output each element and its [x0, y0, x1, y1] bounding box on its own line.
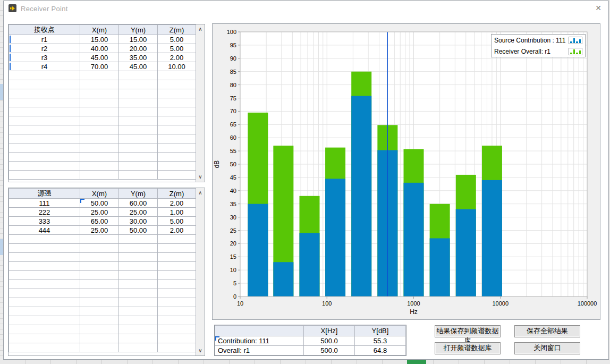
- table-cell[interactable]: r4: [9, 62, 80, 71]
- table-cell: [119, 125, 158, 134]
- table-cell: [158, 271, 196, 280]
- table-empty-row: [9, 325, 196, 334]
- column-header: X[Hz]: [304, 326, 355, 336]
- table-cell: [158, 171, 196, 180]
- table-cell[interactable]: 333: [9, 217, 80, 226]
- table-cell[interactable]: 500.0: [304, 346, 355, 355]
- labview-app-icon: [9, 4, 16, 12]
- table-cell[interactable]: r3: [9, 53, 80, 62]
- save-to-spectrum-db-button[interactable]: 结果保存到频谱数据库: [435, 325, 501, 337]
- table-cell[interactable]: 55.3: [355, 336, 406, 346]
- legend-item[interactable]: Source Contribution : 111: [492, 35, 585, 46]
- table-cell: [9, 116, 80, 125]
- table-cell: [9, 280, 80, 289]
- table-cell[interactable]: 40.00: [80, 44, 119, 53]
- table-cell: [80, 107, 119, 116]
- table-cell: [9, 107, 80, 116]
- table-cell[interactable]: 45.00: [119, 62, 158, 71]
- table-cell: [158, 325, 196, 334]
- legend-item[interactable]: Receiver Overall: r1: [492, 46, 585, 57]
- open-spectrum-db-button[interactable]: 打开频谱数据库: [435, 342, 501, 354]
- table-cell: [158, 153, 196, 162]
- table-cell: [119, 235, 158, 244]
- table-cell[interactable]: 25.00: [80, 226, 119, 235]
- y-tick-label: 50: [230, 161, 236, 167]
- table-cell[interactable]: 50.00: [119, 226, 158, 235]
- table-cell[interactable]: 111: [9, 199, 80, 208]
- close-icon[interactable]: ✕: [595, 4, 601, 12]
- source-table-scrollbar[interactable]: ∧ ∨: [196, 188, 205, 355]
- table-cell: [158, 253, 196, 262]
- table-cell: [9, 334, 80, 343]
- table-cell: [9, 89, 80, 98]
- scroll-up-icon[interactable]: ∧: [196, 190, 205, 196]
- column-header: Z(m): [158, 25, 196, 35]
- table-cell: [119, 289, 158, 298]
- table-cell[interactable]: 500.0: [304, 336, 355, 346]
- table-cell: [9, 80, 80, 89]
- scroll-up-icon[interactable]: ∧: [196, 27, 205, 32]
- table-cell: [9, 98, 80, 107]
- header-row: 接收点X(m)Y(m)Z(m): [9, 25, 196, 35]
- scroll-down-icon[interactable]: ∨: [196, 348, 205, 353]
- table-cell[interactable]: 2.00: [158, 226, 196, 235]
- table-cell[interactable]: 5.00: [158, 217, 196, 226]
- table-cell[interactable]: 2.00: [158, 53, 196, 62]
- table-cell[interactable]: 5.00: [158, 35, 196, 44]
- table-cell: [158, 262, 196, 271]
- table-cell: [119, 343, 158, 352]
- table-empty-row: [9, 162, 196, 171]
- table-cell[interactable]: 15.00: [80, 35, 119, 44]
- table-cell[interactable]: 60.00: [119, 199, 158, 208]
- header-row: 源强X(m)Y(m)Z(m): [9, 189, 196, 199]
- table-cell[interactable]: 444: [9, 226, 80, 235]
- table-cell: [158, 125, 196, 134]
- table-cell[interactable]: 5.00: [158, 44, 196, 53]
- table-cell[interactable]: 70.00: [80, 62, 119, 71]
- table-cell: [9, 298, 80, 307]
- table-cell[interactable]: r1: [9, 35, 80, 44]
- legend-mini-bar: [573, 38, 575, 43]
- close-window-button[interactable]: 关闭窗口: [514, 342, 580, 354]
- table-empty-row: [9, 143, 196, 153]
- table-cell[interactable]: 15.00: [119, 35, 158, 44]
- table-cell: [80, 262, 119, 271]
- table-cell[interactable]: 10.00: [158, 62, 196, 71]
- table-row: Contribution: 111500.055.3: [215, 336, 406, 346]
- y-tick-label: 15: [230, 253, 236, 260]
- table-cell[interactable]: Contribution: 111: [215, 336, 304, 346]
- table-empty-row: [9, 153, 196, 162]
- table-cell: [158, 343, 196, 352]
- receiver-table-scrollbar[interactable]: ∧ ∨: [196, 24, 205, 182]
- table-cell[interactable]: 30.00: [119, 217, 158, 226]
- table-cell[interactable]: 25.00: [119, 208, 158, 217]
- table-cell: [80, 235, 119, 244]
- bar-contribution: [456, 209, 476, 297]
- table-cell[interactable]: 1.00: [158, 208, 196, 217]
- table-cell[interactable]: 25.00: [80, 208, 119, 217]
- table-cell[interactable]: r2: [9, 44, 80, 53]
- table-cell[interactable]: 65.00: [80, 217, 119, 226]
- spectrum-chart[interactable]: 0510152025303540455055606570758085909510…: [213, 24, 600, 319]
- scroll-down-icon[interactable]: ∨: [196, 174, 205, 180]
- table-cell: [119, 107, 158, 116]
- receiver-table: 接收点X(m)Y(m)Z(m)r115.0015.005.00r240.0020…: [9, 24, 196, 180]
- table-cell[interactable]: 35.00: [119, 53, 158, 62]
- table-cell[interactable]: 64.8: [355, 346, 406, 355]
- table-cell[interactable]: 222: [9, 208, 80, 217]
- table-cell: [80, 343, 119, 352]
- table-cell[interactable]: 45.00: [80, 53, 119, 62]
- y-tick-label: 30: [230, 214, 236, 221]
- table-cell[interactable]: 50.00: [80, 199, 119, 208]
- bar-contribution: [248, 204, 268, 297]
- column-header: Y(m): [119, 25, 158, 35]
- x-tick-label: 1000: [407, 300, 420, 307]
- table-cell[interactable]: 20.00: [119, 44, 158, 53]
- save-all-results-button[interactable]: 保存全部结果: [514, 325, 580, 337]
- row-selection-marker: [10, 36, 11, 43]
- legend-label: Receiver Overall: r1: [494, 48, 550, 55]
- column-header: Y[dB]: [355, 326, 406, 336]
- table-cell[interactable]: Overall: r1: [215, 346, 304, 355]
- x-axis-label: Hz: [410, 308, 418, 316]
- table-cell[interactable]: 2.00: [158, 199, 196, 208]
